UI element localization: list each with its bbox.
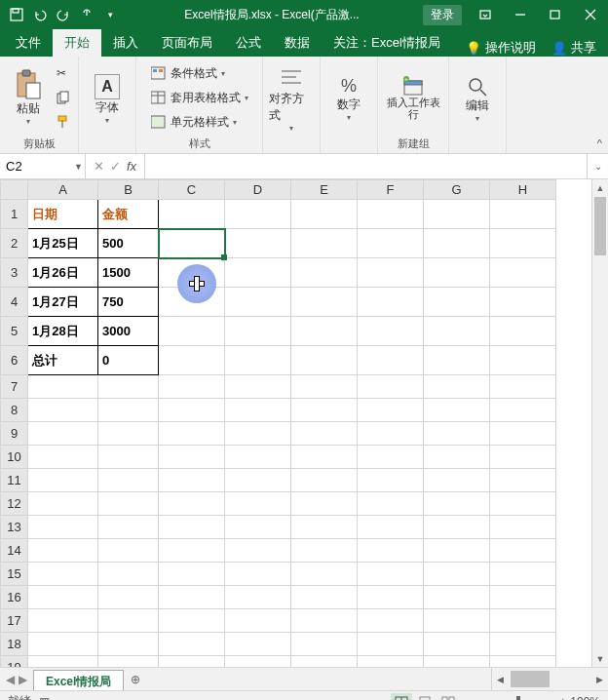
col-header-F[interactable]: F <box>358 180 424 200</box>
cell-D10[interactable] <box>225 446 291 469</box>
cell-C7[interactable] <box>159 375 225 399</box>
cell-F18[interactable] <box>358 633 424 656</box>
cell-A3[interactable]: 1月26日 <box>28 258 98 288</box>
cell-A5[interactable]: 1月28日 <box>28 317 98 346</box>
cell-D4[interactable] <box>225 288 291 317</box>
row-header-17[interactable]: 17 <box>1 609 28 633</box>
col-header-E[interactable]: E <box>291 180 358 200</box>
zoom-in-button[interactable]: + <box>559 695 566 701</box>
cell-A19[interactable] <box>28 656 98 668</box>
ribbon-options-icon[interactable] <box>468 0 503 29</box>
save-icon[interactable] <box>6 4 27 25</box>
cell-A12[interactable] <box>28 492 98 516</box>
editing-button[interactable]: 编辑 ▾ <box>455 76 500 123</box>
cell-C15[interactable] <box>159 563 225 586</box>
cell-C12[interactable] <box>159 492 225 516</box>
cell-B7[interactable] <box>98 375 159 399</box>
add-sheet-button[interactable]: ⊕ <box>124 668 147 690</box>
row-header-6[interactable]: 6 <box>1 346 28 375</box>
cell-C1[interactable] <box>159 200 225 229</box>
cell-G8[interactable] <box>424 399 490 422</box>
row-header-8[interactable]: 8 <box>1 399 28 422</box>
cell-G5[interactable] <box>424 317 490 346</box>
cell-G13[interactable] <box>424 516 490 539</box>
cell-F7[interactable] <box>358 375 424 399</box>
cell-G6[interactable] <box>424 346 490 375</box>
cell-D15[interactable] <box>225 563 291 586</box>
cell-A16[interactable] <box>28 586 98 609</box>
cell-E1[interactable] <box>291 200 358 229</box>
cell-C10[interactable] <box>159 446 225 469</box>
minimize-icon[interactable] <box>503 0 538 29</box>
cell-D19[interactable] <box>225 656 291 668</box>
col-header-C[interactable]: C <box>159 180 225 200</box>
cell-H7[interactable] <box>490 375 556 399</box>
cell-H18[interactable] <box>490 633 556 656</box>
cell-B3[interactable]: 1500 <box>98 258 159 288</box>
cell-F14[interactable] <box>358 539 424 563</box>
row-header-14[interactable]: 14 <box>1 539 28 563</box>
cell-C6[interactable] <box>159 346 225 375</box>
table-format-button[interactable]: 套用表格格式▾ <box>149 87 250 108</box>
cell-H15[interactable] <box>490 563 556 586</box>
qat-customize-icon[interactable]: ▾ <box>99 4 121 25</box>
cell-F6[interactable] <box>358 346 424 375</box>
close-icon[interactable] <box>573 0 608 29</box>
row-header-13[interactable]: 13 <box>1 516 28 539</box>
cell-D5[interactable] <box>225 317 291 346</box>
cell-H12[interactable] <box>490 492 556 516</box>
name-box-dropdown-icon[interactable]: ▼ <box>74 162 83 172</box>
font-button[interactable]: A 字体 ▾ <box>85 74 130 125</box>
cell-A1[interactable]: 日期 <box>28 200 98 229</box>
paste-button[interactable]: 粘贴 ▾ <box>6 69 51 126</box>
row-header-9[interactable]: 9 <box>1 422 28 446</box>
cell-E11[interactable] <box>291 469 358 492</box>
tab-page-layout[interactable]: 页面布局 <box>150 29 224 57</box>
cell-C13[interactable] <box>159 516 225 539</box>
row-header-10[interactable]: 10 <box>1 446 28 469</box>
col-header-G[interactable]: G <box>424 180 490 200</box>
cell-H19[interactable] <box>490 656 556 668</box>
cell-G3[interactable] <box>424 258 490 288</box>
cell-A6[interactable]: 总计 <box>28 346 98 375</box>
cell-B18[interactable] <box>98 633 159 656</box>
cell-A9[interactable] <box>28 422 98 446</box>
cell-E4[interactable] <box>291 288 358 317</box>
cell-G14[interactable] <box>424 539 490 563</box>
cell-C19[interactable] <box>159 656 225 668</box>
cell-C2[interactable] <box>159 229 225 258</box>
cell-F12[interactable] <box>358 492 424 516</box>
cell-G18[interactable] <box>424 633 490 656</box>
sheet-tab[interactable]: Excel情报局 <box>33 670 124 690</box>
cell-A10[interactable] <box>28 446 98 469</box>
row-header-16[interactable]: 16 <box>1 586 28 609</box>
cell-B2[interactable]: 500 <box>98 229 159 258</box>
cancel-formula-icon[interactable]: ✕ <box>94 159 104 174</box>
cell-D18[interactable] <box>225 633 291 656</box>
touch-mode-icon[interactable] <box>76 4 97 25</box>
cell-E15[interactable] <box>291 563 358 586</box>
cell-G4[interactable] <box>424 288 490 317</box>
cell-B4[interactable]: 750 <box>98 288 159 317</box>
cell-G2[interactable] <box>424 229 490 258</box>
cell-G9[interactable] <box>424 422 490 446</box>
cell-D12[interactable] <box>225 492 291 516</box>
cell-B6[interactable]: 0 <box>98 346 159 375</box>
cell-G16[interactable] <box>424 586 490 609</box>
cell-F11[interactable] <box>358 469 424 492</box>
scroll-right-icon[interactable]: ▶ <box>591 675 608 684</box>
cell-H10[interactable] <box>490 446 556 469</box>
cell-C16[interactable] <box>159 586 225 609</box>
cell-F4[interactable] <box>358 288 424 317</box>
select-all-corner[interactable] <box>1 180 28 200</box>
cell-A17[interactable] <box>28 609 98 633</box>
cell-D16[interactable] <box>225 586 291 609</box>
cell-C18[interactable] <box>159 633 225 656</box>
cell-A2[interactable]: 1月25日 <box>28 229 98 258</box>
vertical-scrollbar[interactable]: ▲ ▼ <box>591 179 608 667</box>
col-header-H[interactable]: H <box>490 180 556 200</box>
tab-home[interactable]: 开始 <box>53 29 101 57</box>
col-header-B[interactable]: B <box>98 180 159 200</box>
cell-D7[interactable] <box>225 375 291 399</box>
cell-B10[interactable] <box>98 446 159 469</box>
